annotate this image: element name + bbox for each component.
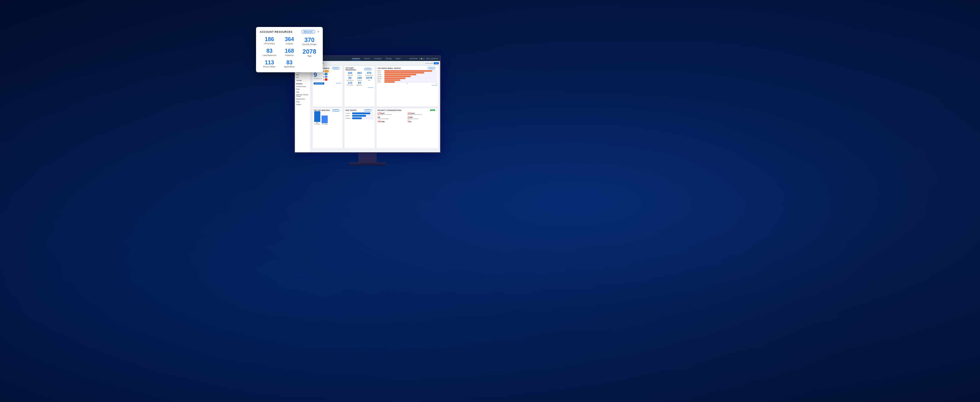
sc-stat-2: 241/247 Regions without Service VPC/Vnet [407,112,438,116]
sidebar-item-security-groups[interactable]: Security Groups [295,85,310,88]
ar-stat-instances: 168 Instances [355,77,364,81]
nav-investigate[interactable]: Investigate [373,57,382,61]
card-close-button[interactable]: × [317,30,319,34]
widget-dns-discover-btn[interactable]: Discover [364,109,371,112]
nav-dashboard[interactable]: Dashboard [351,57,360,61]
port-bar-fill-22 [384,79,400,81]
widget-top-csp-discover-btn[interactable]: Discover [332,109,340,112]
port-label-80: 80-TCP [378,81,384,83]
widget-account-resources-title: ACCOUNT RESOURCES [345,67,364,71]
port-bar-80 [384,81,438,83]
cloud-accounts-total: 9 [313,72,322,78]
dns-label-compute: Compute... [345,113,352,114]
monitor-base [349,163,386,166]
card-header: ACCOUNT RESOURCES Discover × [260,30,319,34]
widget-top-csp: TOP CSP SERVICES Discover × AWS Ec2messa… [312,108,343,149]
provider-azure-count: 4 [323,73,324,75]
port-bar-fill-6379 [384,76,411,77]
ar-label-subnets: Subnets [355,75,364,76]
sidebar-item-subnets[interactable]: Subnets [295,103,310,106]
nav-manage[interactable]: Manage [385,57,392,61]
port-row-443: 443-TCP [378,70,438,72]
provider-gcp-count: 2 [323,76,324,78]
cloud-accounts-providers: 2 aws 4 A 2 G [323,70,329,81]
sidebar-section-inventory: Inventory [295,82,310,85]
csp-bar-label-aws: AWS Ec2messages [313,122,321,125]
port-bar-22 [384,79,438,81]
add-account-button[interactable]: ADD ACCOUNT [313,83,324,85]
ports-list: 443-TCP 23-TCP [378,70,438,83]
port-row-6379: 6379-TCP [378,76,438,77]
widget-top-ports-close-btn[interactable]: × [436,67,438,69]
topbar-user: Admin, username ▾ [426,58,438,59]
csp-bar-label-gcp: GCP Logging [322,123,328,125]
widget-top-csp-close-btn[interactable]: × [340,109,342,111]
port-label-8044: 8044-TCP [378,78,384,79]
widget-dns-close-btn[interactable]: × [373,109,374,111]
sidebar-item-dns[interactable]: DNS [295,73,310,76]
dashboard-edit-button[interactable]: Edit [434,62,439,64]
sidebar-item-tags[interactable]: Tags [295,91,310,93]
port-bar-443 [384,70,438,72]
card-stat-apps: 83 Applications [280,59,299,69]
widget-security-deploy-btn[interactable]: Deploy [430,109,435,111]
ar-number-lb: 83 [345,77,354,80]
sidebar-item-app-sg[interactable]: Application Security Groups [295,93,310,98]
inner-topbar-right: Administration ⚙ 🔔 👤 Admin, username ▾ [409,58,438,59]
sc-fraction-6: 5/10 [407,120,438,123]
ar-label-rt: Round Tables [345,85,354,86]
dns-bar-fill-compute [352,112,370,114]
sidebar-item-network-acls[interactable]: Network ACLs [295,98,310,100]
provider-aws: 2 aws [323,70,329,72]
sc-label-4: Applications Not Protected [407,118,438,120]
inner-main: ★ Favorites ✎ Setup Discovery Summary Tr… [295,61,440,152]
provider-gcp: 2 G [323,76,329,78]
top-ports-view-more[interactable]: View More [431,85,438,86]
card-stat-tags-label: Tags [301,55,318,57]
sidebar-item-rules[interactable]: Rules [295,88,310,91]
account-resources-stats: 186 VPCs/VNets 364 Subnets 370 Security … [345,72,373,86]
nav-discover[interactable]: Discover [363,57,371,61]
sidebar-item-vpc[interactable]: VPC [295,76,310,79]
widget-cloud-accounts-discover-btn[interactable]: Discover [332,67,340,69]
card-stat-subnets-number: 364 [280,37,298,43]
cloud-accounts-view-more[interactable]: View More [336,83,342,84]
port-bar-fill-123 [384,74,416,75]
widget-security-header: SECURITY CONSIDERATIONS Deploy × [378,109,438,111]
widget-security-close-btn[interactable]: × [436,109,438,111]
port-bar-123 [384,74,438,75]
card-stat-subnets: 364 Subnets [280,36,299,46]
widget-cloud-accounts-close-btn[interactable]: × [340,67,342,69]
account-resources-card: ACCOUNT RESOURCES Discover × 186 VPCs/VN… [256,27,323,72]
card-stat-rt: 113 Round Tables [260,59,279,69]
widget-top-ports-discover-btn[interactable]: Discover [428,67,435,69]
csp-bar-aws: AWS Ec2messages [313,111,321,125]
dns-row-uncianger: Uncianger... [345,117,373,119]
ar-number-instances: 168 [355,77,364,80]
widget-account-resources-discover-btn[interactable]: Discover [364,68,371,70]
account-resources-view-more[interactable]: View More [368,87,374,88]
card-stat-instances-number: 168 [280,48,298,54]
card-stat-instances: 168 Instances [280,48,299,58]
card-stat-instances-label: Instances [280,54,298,57]
widget-top-ports: TOP PORTS W/MAL TRAFFIC Discover × 443-T… [376,65,439,107]
card-stat-sg-label: Security Groups [301,43,318,46]
csp-bar-fill-aws [314,111,320,122]
monitor-stand [358,153,377,163]
port-row-80: 80-TCP [378,81,438,83]
inner-content-header: Dashboard Dashboard ▶ Edit [312,62,439,64]
card-discover-button[interactable]: Discover [301,30,315,34]
sidebar-item-topology[interactable]: Topology [295,79,310,82]
sc-label-3: Gateways without Multi-AZ [378,118,407,120]
aws-logo-icon: aws [325,70,329,72]
nav-report[interactable]: Report [395,57,401,61]
ar-label-lb: Load Balancers [345,80,354,81]
port-row-22: 22-TCP [378,79,438,81]
azure-logo-icon: A [325,73,328,75]
sc-label-2: Regions without Service VPC/Vnet [407,114,438,115]
widget-account-resources-close-btn[interactable]: × [373,68,374,70]
sidebar-item-rules2[interactable]: Rules [295,100,310,103]
widget-account-resources: ACCOUNT RESOURCES Discover × 186 VPCs/VN… [344,65,375,107]
ar-label-vpcs: VPCs/VNets [345,75,354,76]
port-bar-fill-23 [384,72,424,73]
